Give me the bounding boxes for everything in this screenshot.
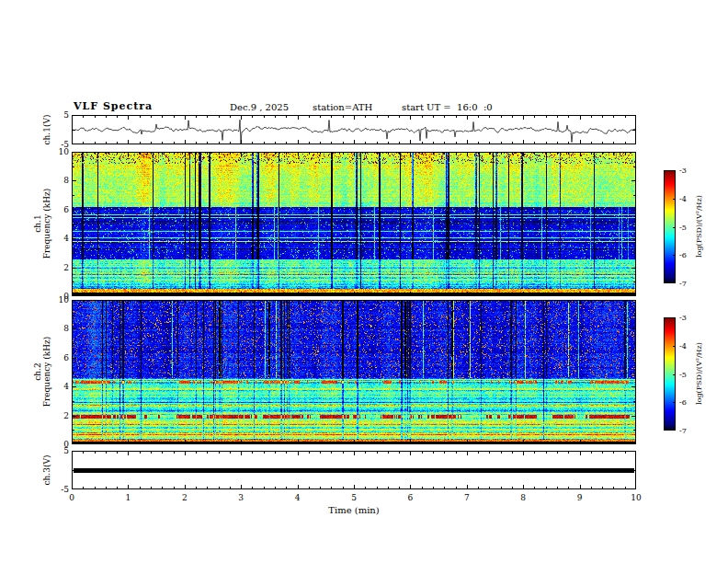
ch1-spectrogram-canvas — [72, 152, 636, 296]
colorbar2-tick-label: -7 — [679, 427, 687, 435]
time-axis-label: Time (min) — [328, 505, 379, 515]
colorbar1-tick-label: -5 — [679, 223, 687, 231]
colorbar1-tick-label: -3 — [679, 167, 687, 175]
x-tick-label: 2 — [182, 493, 188, 502]
colorbar1-label: log(PSD)/(V²/Hz) — [695, 195, 704, 258]
x-tick-label: 1 — [126, 493, 131, 502]
x-tick-label: 10 — [631, 493, 641, 502]
colorbar2-canvas — [664, 317, 676, 431]
colorbar1-canvas — [664, 170, 676, 283]
ch2-spectrogram-ylabel-line2: Frequency (kHz) — [42, 337, 51, 408]
sp2-y-tick-label: 10 — [59, 295, 69, 304]
start-ut-label: start UT = 16:0 :0 — [402, 102, 493, 112]
sp1-y-tick-label: 6 — [63, 205, 69, 214]
ch2-spectrogram-canvas — [72, 300, 636, 444]
colorbar2-tick-label: -4 — [679, 341, 687, 350]
wf3-y-tick-label: -5 — [61, 485, 69, 494]
sp1-y-tick-label: 8 — [63, 176, 69, 185]
x-tick-label: 0 — [69, 493, 74, 502]
x-tick-label: 7 — [464, 493, 470, 502]
figure-title: VLF Spectra — [74, 100, 153, 112]
ch1-spectrogram-ylabel: ch.1 Frequency (kHz) — [33, 189, 51, 259]
ch1-waveform-canvas — [72, 115, 636, 144]
sp2-y-tick-label: 2 — [63, 411, 69, 420]
ch2-spectrogram-ylabel-line1: ch.2 — [33, 337, 42, 408]
x-tick-label: 6 — [408, 493, 414, 502]
ch1-spectrogram-ylabel-line2: Frequency (kHz) — [42, 189, 51, 259]
colorbar2-tick-label: -3 — [679, 314, 687, 322]
colorbar1-tick-label: -7 — [679, 280, 687, 288]
colorbar2-label: log(PSD)/(V²/Hz) — [695, 342, 704, 405]
colorbar1-tick-label: -4 — [679, 194, 687, 202]
x-tick-label: 8 — [520, 493, 526, 502]
wf1-y-tick-label: 5 — [63, 110, 69, 120]
sp2-y-tick-label: 8 — [63, 324, 69, 333]
sp1-y-tick-label: 10 — [59, 147, 69, 156]
x-tick-label: 4 — [295, 493, 301, 502]
sp1-y-tick-label: 4 — [63, 234, 69, 243]
colorbar1-tick-label: -6 — [679, 251, 687, 259]
x-tick-label: 5 — [351, 493, 357, 502]
colorbar2-tick-label: -6 — [679, 398, 687, 407]
colorbar2-tick-label: -5 — [679, 370, 687, 378]
ch1-voltage-ylabel: ch.1(V) — [42, 115, 51, 145]
ch1-spectrogram-ylabel-line1: ch.1 — [33, 189, 42, 259]
vlf-spectra-figure: VLF Spectra Dec.9 , 2025 station=ATH sta… — [0, 0, 728, 563]
sp1-y-tick-label: 2 — [63, 263, 69, 272]
sp2-y-tick-label: 0 — [63, 440, 69, 449]
figure-date: Dec.9 , 2025 — [230, 102, 289, 112]
station-label: station=ATH — [313, 102, 372, 112]
x-tick-label: 9 — [577, 493, 583, 502]
ch3-waveform-canvas — [72, 451, 636, 489]
ch3-voltage-ylabel: ch.3(V) — [42, 455, 51, 486]
sp2-y-tick-label: 6 — [63, 353, 69, 362]
ch2-spectrogram-ylabel: ch.2 Frequency (kHz) — [33, 337, 51, 408]
sp2-y-tick-label: 4 — [63, 382, 69, 391]
x-tick-label: 3 — [238, 493, 244, 502]
